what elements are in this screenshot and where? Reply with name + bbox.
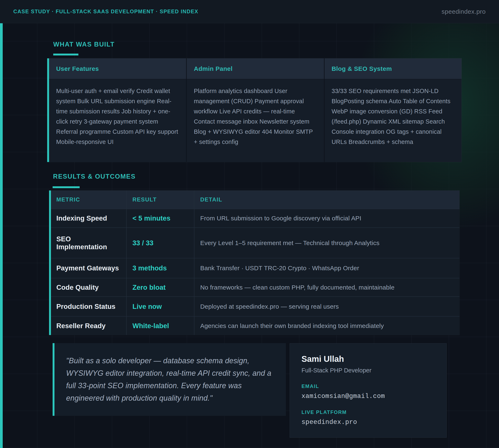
table-row: Production Status Live now Deployed at s… <box>51 296 460 316</box>
cell-metric: Production Status <box>56 303 115 310</box>
section-title-results: RESULTS & OUTCOMES <box>53 173 136 180</box>
cell-result: 3 methods <box>132 264 167 272</box>
card-user-features: User Features Multi-user auth + email ve… <box>49 58 186 162</box>
section-underline-results <box>52 186 80 188</box>
contact-card: Sami Ullah Full-Stack PHP Developer EMAI… <box>290 343 447 438</box>
cell-result: < 5 minutes <box>132 214 170 222</box>
table-row: Payment Gateways 3 methods Bank Transfer… <box>51 258 460 278</box>
breadcrumb: CASE STUDY · FULL-STACK SAAS DEVELOPMENT… <box>13 9 198 15</box>
cell-metric: Reseller Ready <box>56 322 106 330</box>
header-cell-result: RESULT <box>126 191 194 209</box>
cell-metric: Code Quality <box>56 284 99 291</box>
cell-result: Zero bloat <box>132 284 166 291</box>
cell-detail: Agencies can launch their own branded in… <box>200 322 384 329</box>
cell-metric: Payment Gateways <box>56 264 119 272</box>
cell-detail: Deployed at speedindex.pro — serving rea… <box>200 303 339 310</box>
cell-detail: Every Level 1–5 requirement met — Techni… <box>200 240 379 247</box>
card-header: Blog & SEO System <box>325 58 462 79</box>
table-row: Indexing Speed < 5 minutes From URL subm… <box>51 209 460 227</box>
cell-result: White-label <box>132 322 169 330</box>
card-header: Admin Panel <box>187 58 324 79</box>
results-table: METRIC RESULT DETAIL Indexing Speed < 5 … <box>49 191 460 335</box>
cell-metric: Indexing Speed <box>56 214 107 222</box>
email-value[interactable]: xamicomsian@gmail.com <box>301 393 435 400</box>
top-bar: CASE STUDY · FULL-STACK SAAS DEVELOPMENT… <box>0 0 499 23</box>
cell-result: 33 / 33 <box>132 239 154 247</box>
cell-detail: From URL submission to Google discovery … <box>200 215 361 222</box>
card-body: Platform analytics dashboard User manage… <box>187 79 324 154</box>
header-cell-detail: DETAIL <box>194 191 460 209</box>
section-underline-built <box>53 54 78 55</box>
platform-label: LIVE PLATFORM <box>301 409 435 415</box>
table-row: Reseller Ready White-label Agencies can … <box>51 316 460 335</box>
feature-cards: User Features Multi-user auth + email ve… <box>47 58 462 162</box>
cell-result: Live now <box>132 303 162 310</box>
card-header: User Features <box>49 58 186 79</box>
email-label: EMAIL <box>301 384 435 389</box>
quote-text: "Built as a solo developer — database sc… <box>66 354 274 404</box>
cell-detail: No frameworks — clean custom PHP, fully … <box>200 284 395 291</box>
card-title: User Features <box>56 65 99 72</box>
contact-name: Sami Ullah <box>301 354 435 364</box>
table-row: SEO Implementation 33 / 33 Every Level 1… <box>51 227 460 258</box>
section-title-built: WHAT WAS BUILT <box>53 41 115 48</box>
card-title: Admin Panel <box>194 65 232 72</box>
card-title: Blog & SEO System <box>332 65 392 72</box>
site-label[interactable]: speedindex.pro <box>442 8 486 15</box>
case-study-page: CASE STUDY · FULL-STACK SAAS DEVELOPMENT… <box>0 0 499 448</box>
card-body: Multi-user auth + email verify Credit wa… <box>49 79 186 154</box>
platform-value[interactable]: speedindex.pro <box>301 418 435 426</box>
cell-detail: Bank Transfer · USDT TRC-20 Crypto · Wha… <box>200 265 359 272</box>
cell-metric: SEO Implementation <box>56 235 121 251</box>
card-admin-panel: Admin Panel Platform analytics dashboard… <box>186 58 324 162</box>
card-blog-seo-system: Blog & SEO System 33/33 SEO requirements… <box>324 58 462 162</box>
quote-block: "Built as a solo developer — database sc… <box>52 343 286 416</box>
table-header-row: METRIC RESULT DETAIL <box>51 191 460 209</box>
card-body: 33/33 SEO requirements met JSON-LD BlogP… <box>325 79 462 154</box>
left-accent-bar <box>0 23 3 448</box>
header-cell-metric: METRIC <box>51 191 126 209</box>
contact-role: Full-Stack PHP Developer <box>301 367 435 374</box>
table-row: Code Quality Zero bloat No frameworks — … <box>51 278 460 296</box>
